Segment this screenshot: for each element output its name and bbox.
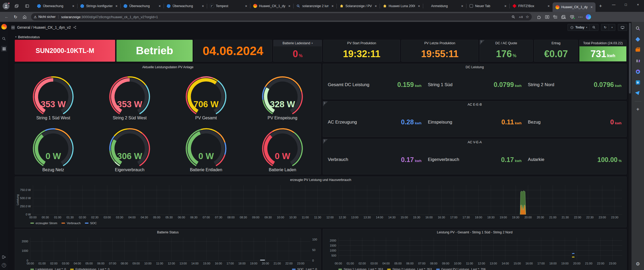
pv-last-panel[interactable]: PV Letzte Produktion 19:55:11 xyxy=(401,40,478,62)
tab-close-icon[interactable]: × xyxy=(287,4,291,8)
browser-tab[interactable]: Solaranzeige / PV- × xyxy=(337,0,380,12)
tab-close-icon[interactable]: × xyxy=(244,4,248,8)
time-range-picker[interactable]: Today ▾ xyxy=(568,24,590,31)
sidebar-shopping-icon[interactable] xyxy=(635,36,641,42)
legend-item[interactable]: String 1 LeistungLast *: 353 xyxy=(338,268,383,270)
profile-avatar[interactable] xyxy=(3,3,9,9)
tab-close-icon[interactable]: × xyxy=(460,4,464,8)
grafana-logo[interactable] xyxy=(1,24,7,30)
tab-close-icon[interactable]: × xyxy=(547,4,551,8)
battery-charge-panel[interactable]: Batterie Ladestand ▾ 0% xyxy=(273,40,322,62)
window-maximize-button[interactable]: □ xyxy=(620,0,632,9)
info-corner[interactable] xyxy=(480,40,485,45)
home-button[interactable] xyxy=(21,13,28,21)
panel-title-bar[interactable]: Batterie Ladestand ▾ xyxy=(274,40,322,46)
grafana-search-icon[interactable] xyxy=(1,36,7,42)
tab-close-icon[interactable]: × xyxy=(71,4,75,8)
legend-item[interactable]: String 2 LeistungLast *: 353 xyxy=(387,268,432,270)
sidebar-search-icon[interactable] xyxy=(635,26,641,31)
kiosk-mode-button[interactable] xyxy=(618,24,627,31)
date-panel[interactable]: 04.06.2024 xyxy=(194,40,272,62)
extensions-icon[interactable] xyxy=(536,14,541,19)
grafana-signout-icon[interactable] xyxy=(1,254,7,260)
browser-tab[interactable]: Neuer Tab × xyxy=(466,0,509,12)
legend-item[interactable]: SOCLast *: 0 xyxy=(292,268,317,270)
gauges-panel[interactable]: Aktuelle Leistungsdaten PV Anlage 353 WS… xyxy=(15,64,321,174)
new-tab-button[interactable]: + xyxy=(597,2,604,10)
browser-tab[interactable]: Strings konfigurier × xyxy=(77,0,120,12)
operating-status-panel[interactable]: Betrieb xyxy=(116,40,193,62)
dashboard-title[interactable]: General / Huawei_CK_1_dyn_v2 xyxy=(17,25,71,30)
sidebar-add-icon[interactable]: + xyxy=(635,106,641,112)
reload-button[interactable]: ↻ xyxy=(12,13,19,21)
scrollbar-thumb[interactable] xyxy=(629,23,631,94)
sidebar-drop-icon[interactable] xyxy=(635,90,641,96)
browser-tab-active[interactable]: Huawei_CK_1_dyn × xyxy=(553,2,596,12)
grafana-help-icon[interactable]: ? xyxy=(2,263,6,267)
total-production-panel[interactable]: Total Produktion (24.03.22) 731kwh xyxy=(579,40,627,62)
browser-tab[interactable]: solaranzeige 2 lun × xyxy=(294,0,336,12)
tab-close-icon[interactable]: × xyxy=(114,4,119,8)
split-screen-icon[interactable] xyxy=(545,14,550,19)
refresh-interval-dropdown[interactable]: ▾ xyxy=(609,24,615,31)
legend-item[interactable]: EntladeleistungLast *: 0 xyxy=(70,268,109,270)
ac-eeb-panel[interactable]: i AC E-E-B AC Erzeugung0.28kwh Einspeisu… xyxy=(323,101,627,137)
tab-close-icon[interactable]: × xyxy=(503,4,508,8)
back-button[interactable]: ← xyxy=(3,13,11,21)
dc-leistung-panel[interactable]: DC Leistung Gesamt DC Leistung0.159kwh S… xyxy=(323,64,627,99)
zoom-out-icon[interactable] xyxy=(511,15,516,19)
time-zoom-out-button[interactable] xyxy=(589,24,598,31)
tab-close-icon[interactable]: × xyxy=(158,4,162,8)
address-bar[interactable]: ⚠ Nicht sicher solaranzeige:3000/d/g47z8… xyxy=(31,13,532,21)
workspaces-icon[interactable] xyxy=(13,3,20,9)
browser-tab[interactable]: Huawei_CK_1_dyn × xyxy=(250,0,293,12)
sidebar-tools-icon[interactable] xyxy=(635,47,641,53)
inverter-model-panel[interactable]: SUN2000-10KTL-M xyxy=(15,40,115,62)
read-aloud-icon[interactable]: A xyxy=(518,15,523,19)
share-icon[interactable] xyxy=(73,26,77,29)
favorite-star-icon[interactable]: ☆ xyxy=(526,14,529,19)
legend-item[interactable]: Verbrauch xyxy=(61,222,80,225)
tab-close-icon[interactable]: × xyxy=(201,4,205,8)
window-close-button[interactable]: × xyxy=(632,0,644,9)
legend-item[interactable]: LadeleistungLast *: 0 xyxy=(30,268,66,270)
info-corner[interactable] xyxy=(323,101,328,106)
browser-tab[interactable]: Anmeldung × xyxy=(423,0,466,12)
browser-tab[interactable]: Überwachung × xyxy=(34,0,77,12)
browser-tab[interactable]: FRITZ!Box × xyxy=(510,0,553,12)
grafana-dashboards-icon[interactable] xyxy=(1,46,7,52)
favorites-bar-icon[interactable] xyxy=(553,14,558,19)
battery-status-chart-panel[interactable]: Batterie Status 00:0001:0002:0003:0004:0… xyxy=(15,229,321,270)
collections-icon[interactable] xyxy=(561,14,566,19)
browser-tab[interactable]: Huawei Luna 2000 × xyxy=(380,0,423,12)
sidebar-loop-icon[interactable] xyxy=(635,69,641,75)
url-text[interactable]: solaranzeige:3000/d/g47z8cmgz/huawei_ck_… xyxy=(61,15,511,19)
copilot-icon[interactable] xyxy=(586,14,591,19)
info-corner[interactable] xyxy=(323,139,328,144)
settings-more-icon[interactable]: ⋯ xyxy=(578,14,583,20)
security-label[interactable]: Nicht sicher xyxy=(38,15,56,19)
tab-close-icon[interactable]: × xyxy=(589,5,594,9)
tab-actions-icon[interactable] xyxy=(24,3,31,9)
sidebar-games-icon[interactable] xyxy=(635,58,641,64)
browser-tab[interactable]: Überwachung × xyxy=(121,0,164,12)
legend-item[interactable]: Gesamt PV LeistungLast *: 706 xyxy=(436,268,486,270)
tab-close-icon[interactable]: × xyxy=(374,4,378,8)
ertrag-panel[interactable]: Ertrag €0.07 xyxy=(534,40,578,62)
legend-item[interactable]: erzeugter Strom xyxy=(30,222,57,225)
browser-tab[interactable]: Überwachung × xyxy=(164,0,207,12)
pv-house-chart-panel[interactable]: erzeugte PV Leistung und Hausverbrauch 0… xyxy=(15,176,627,227)
dashboard-row-header[interactable]: ▾ Betriebsstatus xyxy=(15,35,627,39)
legend-item[interactable]: SOC xyxy=(85,222,97,225)
dc-ac-quote-panel[interactable]: i DC / AC Quote 176% xyxy=(480,40,533,62)
tab-close-icon[interactable]: × xyxy=(417,4,421,8)
pv-start-panel[interactable]: PV Start Produktion 19:32:11 xyxy=(323,40,400,62)
sidebar-settings-icon[interactable]: ⚙ xyxy=(636,261,640,267)
page-scrollbar[interactable] xyxy=(629,22,631,270)
browser-tab[interactable]: t° Tempest × xyxy=(207,0,250,12)
tab-close-icon[interactable]: × xyxy=(330,4,335,8)
browser-essentials-icon[interactable] xyxy=(569,14,575,20)
panel-menu-icon[interactable]: ▾ xyxy=(311,42,313,45)
pv-strings-chart-panel[interactable]: Leistung PV - Gesamt - String 1 Süd - St… xyxy=(323,229,627,270)
sidebar-outlook-icon[interactable] xyxy=(635,80,641,85)
